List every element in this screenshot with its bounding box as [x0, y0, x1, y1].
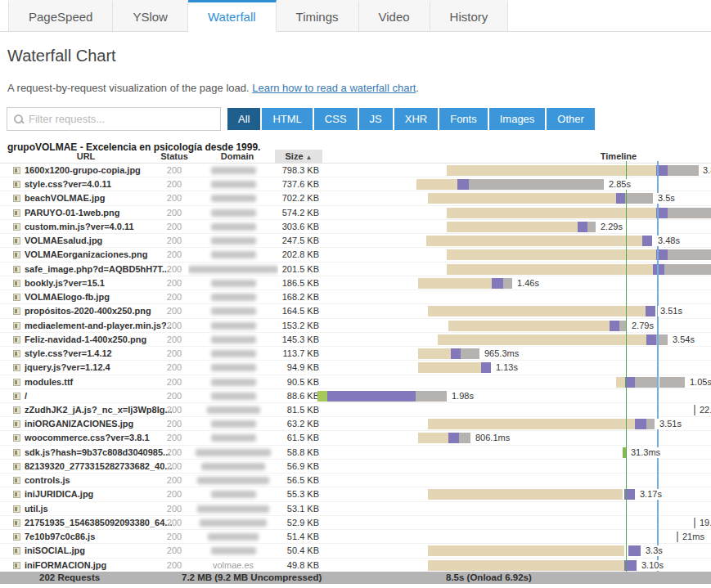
status-code: 200	[160, 460, 188, 474]
table-row[interactable]: modules.ttf20090.5 KB1.05s	[0, 375, 711, 389]
timeline-segment-tan	[447, 222, 578, 232]
table-row[interactable]: iniORGANIZACIONES.jpg20063.2 KB3.51s	[0, 417, 711, 431]
table-row[interactable]: PARUYO-01-1web.png200574.2 KB	[0, 206, 711, 220]
request-url[interactable]: 82139320_2773315282733682_40...	[25, 460, 172, 474]
request-url[interactable]: propósitos-2020-400x250.png	[25, 304, 172, 318]
timeline-segment-gray	[646, 419, 655, 429]
total-size: 7.2 MB (9.2 MB Uncompressed)	[182, 572, 322, 584]
column-header-size[interactable]: Size ▲	[275, 150, 322, 164]
tab-yslow[interactable]: YSlow	[113, 0, 188, 31]
request-url[interactable]: VOLMAEsalud.jpg	[25, 234, 172, 248]
column-header-status[interactable]: Status	[160, 150, 188, 164]
table-row[interactable]: VOLMAElogo-fb.jpg200168.2 KB	[0, 290, 711, 304]
table-row[interactable]: iniFORMACION.jpg200volmae.es49.8 KB3.10s	[0, 559, 711, 572]
timeline-segment-gray	[668, 249, 711, 260]
filter-button-fonts[interactable]: Fonts	[439, 108, 488, 130]
status-code: 200	[160, 389, 188, 403]
request-url[interactable]: 21751935_1546385092093380_64...	[25, 516, 172, 530]
tab-waterfall[interactable]: Waterfall	[188, 0, 277, 32]
request-time-label: 31.3ms	[628, 447, 663, 458]
file-type-icon	[13, 350, 20, 357]
filter-button-xhr[interactable]: XHR	[394, 108, 438, 130]
table-row[interactable]: 21751935_1546385092093380_64...20052.9 K…	[0, 516, 711, 530]
table-row[interactable]: propósitos-2020-400x250.png200164.5 KB3.…	[0, 304, 711, 318]
tab-pagespeed[interactable]: PageSpeed	[8, 0, 113, 31]
table-row[interactable]: safe_image.php?d=AQBD5hH7T...200201.5 KB	[0, 263, 711, 276]
request-url[interactable]: VOLMAEorganizaciones.png	[25, 248, 172, 262]
request-domain	[188, 248, 278, 262]
tab-history[interactable]: History	[430, 0, 509, 31]
request-url[interactable]: style.css?ver=1.4.12	[25, 347, 172, 361]
waterfall-help-link[interactable]: Learn how to read a waterfall chart	[252, 82, 416, 94]
column-header-url[interactable]: URL	[25, 150, 147, 164]
request-url[interactable]: zZudhJK2_jA.js?_nc_x=Ij3Wp8Ig...	[25, 403, 172, 417]
timeline-cell	[316, 502, 711, 516]
request-url[interactable]: PARUYO-01-1web.png	[25, 206, 172, 220]
timeline-cell: 806.1ms	[316, 431, 711, 445]
table-row[interactable]: controls.js20056.5 KB	[0, 474, 711, 487]
timeline-segment-gray	[625, 193, 653, 204]
file-type-icon	[13, 266, 20, 273]
request-url[interactable]: modules.ttf	[25, 375, 172, 389]
file-type-icon	[13, 463, 20, 470]
table-row[interactable]: woocommerce.css?ver=3.8.120061.5 KB806.1…	[0, 431, 711, 445]
filter-requests-input[interactable]	[29, 113, 192, 125]
subtitle-suffix: .	[416, 82, 419, 94]
table-row[interactable]: zZudhJK2_jA.js?_nc_x=Ij3Wp8Ig...20081.5 …	[0, 403, 711, 417]
timeline-segment-tan	[428, 419, 635, 429]
timeline-cell: 965.3ms	[316, 347, 711, 361]
search-box	[7, 107, 221, 131]
tab-video[interactable]: Video	[359, 0, 430, 31]
table-row[interactable]: Feliz-navidad-1-400x250.png200145.3 KB3.…	[0, 333, 711, 347]
request-url[interactable]: controls.js	[25, 474, 172, 487]
filter-button-images[interactable]: Images	[489, 108, 546, 130]
table-row[interactable]: bookly.js?ver=15.1200186.5 KB1.46s	[0, 276, 711, 290]
table-row[interactable]: VOLMAEorganizaciones.png200202.8 KB	[0, 248, 711, 262]
file-type-icon	[13, 195, 20, 202]
request-url[interactable]: safe_image.php?d=AQBD5hH7T...	[25, 263, 172, 276]
request-url[interactable]: mediaelement-and-player.min.js?...	[25, 319, 172, 333]
request-url[interactable]: beachVOLMAE.jpg	[25, 191, 172, 205]
request-url[interactable]: custom.min.js?ver=4.0.11	[25, 220, 172, 234]
table-row[interactable]: /20088.6 KB1.98s	[0, 389, 711, 403]
request-url[interactable]: jquery.js?ver=1.12.4	[25, 361, 172, 375]
request-url[interactable]: iniSOCIAL.jpg	[25, 544, 172, 558]
table-row[interactable]: util.js20053.1 KB	[0, 502, 711, 516]
column-header-domain[interactable]: Domain	[196, 150, 278, 164]
tab-timings[interactable]: Timings	[277, 0, 359, 31]
filter-button-html[interactable]: HTML	[262, 108, 312, 130]
request-url[interactable]: 7e10b97c0c86.js	[25, 530, 172, 544]
table-row[interactable]: 7e10b97c0c86.js20051.4 KB21ms	[0, 530, 711, 544]
request-size: 94.9 KB	[270, 361, 319, 375]
request-url[interactable]: 1600x1200-grupo-copia.jpg	[25, 164, 172, 177]
table-row[interactable]: custom.min.js?ver=4.0.11200303.6 KB2.29s	[0, 220, 711, 234]
table-row[interactable]: iniSOCIAL.jpg20050.4 KB3.3s	[0, 544, 711, 558]
table-row[interactable]: VOLMAEsalud.jpg200247.5 KB3.48s	[0, 234, 711, 248]
request-url[interactable]: Feliz-navidad-1-400x250.png	[25, 333, 172, 347]
request-url[interactable]: iniFORMACION.jpg	[25, 559, 172, 572]
request-url[interactable]: sdk.js?hash=9b37c808d3040985...	[25, 446, 172, 460]
filter-button-all[interactable]: All	[227, 108, 260, 130]
request-url[interactable]: /	[25, 389, 172, 403]
request-url[interactable]: woocommerce.css?ver=3.8.1	[25, 431, 172, 445]
filter-button-other[interactable]: Other	[547, 108, 595, 130]
request-url[interactable]: iniJURIDICA.jpg	[25, 487, 172, 501]
filter-button-css[interactable]: CSS	[314, 108, 358, 130]
request-url[interactable]: VOLMAElogo-fb.jpg	[25, 290, 172, 304]
table-row[interactable]: style.css?ver=1.4.12200113.7 KB965.3ms	[0, 347, 711, 361]
filter-button-js[interactable]: JS	[359, 108, 393, 130]
timeline-segment-tan	[616, 377, 625, 388]
table-row[interactable]: sdk.js?hash=9b37c808d3040985...20058.8 K…	[0, 446, 711, 460]
table-row[interactable]: beachVOLMAE.jpg200702.2 KB3.5s	[0, 191, 711, 205]
table-row[interactable]: style.css?ver=4.0.11200737.6 KB2.85s	[0, 177, 711, 191]
table-row[interactable]: 1600x1200-grupo-copia.jpg200798.3 KB3.8s	[0, 164, 711, 177]
table-row[interactable]: iniJURIDICA.jpg20055.3 KB3.17s	[0, 487, 711, 501]
request-size: 798.3 KB	[270, 164, 319, 177]
request-url[interactable]: util.js	[25, 502, 172, 516]
request-url[interactable]: style.css?ver=4.0.11	[25, 177, 172, 191]
request-url[interactable]: iniORGANIZACIONES.jpg	[25, 417, 172, 431]
table-row[interactable]: mediaelement-and-player.min.js?...200153…	[0, 319, 711, 333]
table-row[interactable]: 82139320_2773315282733682_40...20056.9 K…	[0, 460, 711, 474]
table-row[interactable]: jquery.js?ver=1.12.420094.9 KB1.13s	[0, 361, 711, 375]
request-url[interactable]: bookly.js?ver=15.1	[25, 276, 172, 290]
